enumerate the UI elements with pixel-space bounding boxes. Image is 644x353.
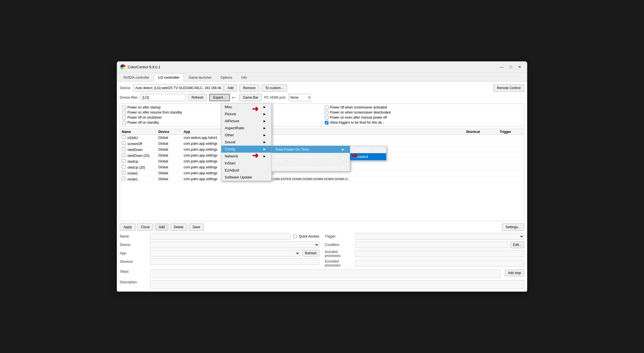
shortcuts-table: Name Device App Shortcut Trigger HDMI1 G…: [120, 129, 524, 221]
checkbox-power-on-startup[interactable]: Power on after startup: [122, 105, 319, 109]
game-bar-button[interactable]: Game Bar: [239, 94, 262, 101]
menu-item-ezadjust[interactable]: EzAdjust: [221, 167, 271, 174]
checkbox-triggers-input[interactable]: [325, 121, 328, 125]
checkbox-manual-input[interactable]: [325, 116, 328, 119]
tab-game[interactable]: Game launcher: [184, 74, 216, 81]
device-label: Device:: [120, 86, 131, 90]
edit-button[interactable]: Edit...: [510, 241, 524, 248]
quick-access-checkbox[interactable]: [293, 235, 297, 238]
steps-row: Steps: Add step: [120, 270, 524, 278]
excluded-processes-row: Excluded processes:: [325, 259, 524, 267]
menu-item-aspectratio[interactable]: AspectRatio ▶: [221, 125, 271, 132]
checkbox-shutdown-input[interactable]: [122, 116, 126, 119]
checkbox-power-on-manual[interactable]: Power on even after manual power off: [325, 116, 522, 119]
app-row: App: Refresh: [120, 250, 319, 257]
window-title: ColorControl 9.9.0.1: [128, 65, 160, 69]
device-select[interactable]: [133, 84, 223, 92]
menu-item-other[interactable]: Other ▶: [221, 132, 271, 139]
app-select[interactable]: [150, 250, 300, 257]
menu-item-software-update[interactable]: Software Update: [221, 174, 271, 181]
tab-nvidia[interactable]: NVIDIA controller: [119, 74, 154, 81]
table-header: Name Device App Shortcut Trigger: [120, 129, 524, 135]
shortcut-input[interactable]: [150, 258, 319, 265]
clone-button[interactable]: Clone: [137, 223, 153, 231]
close-button[interactable]: ✕: [516, 64, 524, 70]
menu-item-instart[interactable]: InStart: [221, 160, 271, 167]
minimize-button[interactable]: —: [498, 64, 506, 70]
description-area[interactable]: [150, 280, 524, 289]
menu-item-sound[interactable]: Sound ▶: [221, 139, 271, 146]
apply-button[interactable]: Apply: [120, 223, 136, 231]
checkbox-power-off-screensaver[interactable]: Power off when screensaver activated: [325, 105, 522, 109]
checkbox-screensaver-on-input[interactable]: [325, 111, 328, 114]
context-menu: Misc ▶ Picture ▶ AiPicture ▶ AspectRatio…: [221, 103, 272, 181]
menu-item-picture[interactable]: Picture ▶: [221, 110, 271, 117]
checkbox-power-off-shutdown[interactable]: Power off on shutdown: [122, 116, 319, 119]
config-submenu: Total Power On Time ▶ Disabled Enabled T…: [271, 146, 350, 171]
bottom-toolbar: Apply Clone Add Delete Save Settings...: [120, 223, 524, 231]
name-row: Name: Quick Access: [120, 233, 319, 240]
remote-control-button[interactable]: Remote Control: [493, 84, 524, 92]
save-button[interactable]: Save: [189, 223, 204, 231]
expert-button[interactable]: Expert...: [209, 94, 230, 101]
filter-row: Device filter: Refresh Expert... ← Game …: [120, 94, 524, 101]
tab-options[interactable]: Options: [216, 74, 236, 81]
included-processes-row: Included processes:: [325, 250, 524, 258]
tabs-bar: NVIDIA controller LG controller Game lau…: [117, 73, 527, 82]
submenu2-item-enabled[interactable]: Enabled: [350, 153, 386, 160]
to-custom-button[interactable]: To custom...: [262, 84, 287, 92]
add-button[interactable]: Add: [224, 84, 237, 92]
menu-item-config[interactable]: Config ▶ Total Power On Time ▶ Disabled …: [221, 146, 271, 153]
menu-item-aipicture[interactable]: AiPicture ▶: [221, 117, 271, 125]
description-row: Description:: [120, 280, 524, 289]
submenu-item-tpc[interactable]: Temporal Peak Luminance Control (TPC) ▶: [272, 153, 350, 164]
table-row[interactable]: HDMI1 Global com.webos.app.hdmi1: [120, 135, 524, 141]
condition-input[interactable]: [355, 241, 508, 248]
window-controls: — □ ✕: [498, 64, 524, 70]
name-input[interactable]: [150, 233, 291, 240]
submenu-item-gsr[interactable]: Global Sticky/Stress Reduction (GSR) ▶: [272, 164, 350, 171]
app-icon: [120, 64, 125, 69]
tab-info[interactable]: Info: [237, 74, 251, 81]
form-section: Name: Quick Access Device: App: Refresh …: [120, 233, 524, 267]
device-filter-input[interactable]: [141, 94, 186, 101]
menu-item-misc[interactable]: Misc ▶: [221, 103, 271, 110]
content-area: Device: ▼ Add Remove To custom... Remote…: [117, 82, 527, 291]
power-submenu: Disabled Enabled: [350, 146, 386, 160]
title-bar: ColorControl 9.9.0.1 — □ ✕: [117, 62, 527, 73]
checkbox-standby-input[interactable]: [122, 121, 126, 125]
checkbox-power-off-standby[interactable]: Power off on standby: [122, 121, 319, 125]
trigger-select[interactable]: [355, 233, 524, 240]
checkbox-power-on-screensaver[interactable]: Power on when screensaver deactivated: [325, 110, 522, 114]
checkbox-startup-input[interactable]: [122, 106, 126, 109]
table-row[interactable]: mode1 Global com.palm.app.settings RIGHT…: [120, 176, 524, 182]
refresh2-button[interactable]: Refresh: [302, 250, 319, 257]
device-row: Device: ▼ Add Remove To custom... Remote…: [120, 84, 524, 92]
refresh-button[interactable]: Refresh: [188, 94, 207, 101]
maximize-button[interactable]: □: [507, 64, 515, 70]
device-filter-label: Device filter:: [120, 96, 138, 99]
settings-button[interactable]: Settings...: [502, 223, 524, 231]
form-left: Name: Quick Access Device: App: Refresh …: [120, 233, 319, 267]
excluded-processes-input[interactable]: [355, 260, 524, 267]
checkboxes-area: Power on after startup Power off when sc…: [120, 103, 524, 126]
tab-lg[interactable]: LG controller: [154, 74, 184, 82]
device-form-select[interactable]: [150, 241, 319, 248]
menu-item-network[interactable]: Network ▶: [221, 153, 271, 160]
included-processes-input[interactable]: [355, 250, 524, 257]
checkbox-power-on-resume[interactable]: Power on after resume from standby: [122, 110, 319, 114]
checkbox-allow-triggers[interactable]: Allow triggers to be fired for this de..…: [325, 121, 522, 125]
steps-area[interactable]: [150, 270, 500, 278]
checkbox-resume-input[interactable]: [122, 111, 126, 114]
add-row-button[interactable]: Add: [155, 223, 168, 231]
remove-button[interactable]: Remove: [239, 84, 259, 92]
submenu-item-total-power[interactable]: Total Power On Time ▶ Disabled Enabled: [272, 146, 350, 153]
form-right: Trigger: Condition: Edit... Included pro…: [325, 233, 524, 267]
main-window: ColorControl 9.9.0.1 — □ ✕ NVIDIA contro…: [117, 61, 527, 292]
condition-row: Condition: Edit...: [325, 241, 524, 248]
submenu2-item-disabled[interactable]: Disabled: [350, 146, 386, 153]
delete-button[interactable]: Delete: [170, 223, 187, 231]
add-step-button[interactable]: Add step: [505, 270, 524, 276]
pc-hdmi-label: PC HDMI port:: [264, 96, 286, 99]
checkbox-screensaver-off-input[interactable]: [325, 106, 328, 109]
